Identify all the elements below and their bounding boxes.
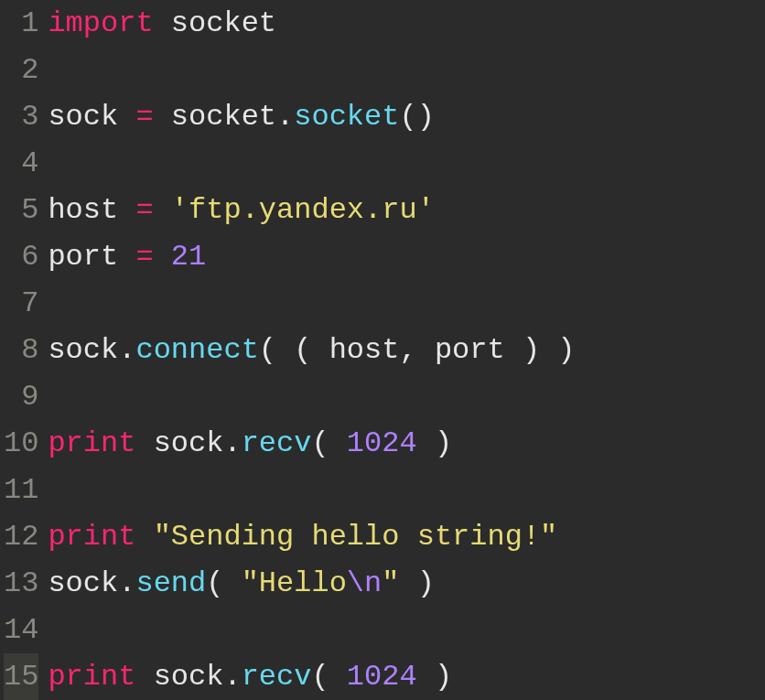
code-line[interactable]: sock.send( "Hello\n" ): [48, 560, 765, 607]
code-token: ": [382, 566, 399, 600]
code-token: (: [206, 566, 241, 600]
code-token: =: [135, 193, 153, 227]
code-token: [154, 193, 171, 227]
code-token: socket: [154, 6, 276, 40]
line-number: 9: [4, 373, 38, 420]
code-editor[interactable]: 123456789101112131415 import socket sock…: [0, 0, 765, 700]
code-token: .: [223, 660, 241, 694]
code-token: host: [48, 193, 135, 227]
code-token: .: [223, 426, 241, 460]
line-number: 14: [4, 607, 38, 653]
code-token: (: [311, 426, 346, 460]
code-token: socket: [294, 100, 399, 134]
line-number: 5: [4, 187, 38, 233]
code-line[interactable]: print sock.recv( 1024 ): [48, 653, 765, 700]
code-area[interactable]: import socket sock = socket.socket() hos…: [48, 0, 765, 700]
code-token: 'ftp.yandex.ru': [171, 193, 435, 227]
line-number: 11: [4, 467, 38, 513]
code-token: \n: [347, 566, 382, 600]
code-token: print: [48, 660, 135, 694]
code-token: .: [118, 566, 135, 600]
line-number: 4: [4, 140, 38, 187]
code-line[interactable]: [48, 140, 765, 187]
code-token: [135, 520, 153, 554]
code-token: ,: [399, 333, 434, 367]
code-token: host: [329, 333, 400, 367]
code-token: print: [48, 520, 135, 554]
code-line[interactable]: [48, 47, 765, 93]
line-number: 3: [4, 93, 38, 140]
code-token: .: [118, 333, 135, 367]
code-line[interactable]: host = 'ftp.yandex.ru': [48, 187, 765, 233]
code-token: print: [48, 426, 135, 460]
code-token: ): [399, 566, 434, 600]
line-number: 12: [4, 513, 38, 560]
code-token: ): [417, 426, 452, 460]
code-line[interactable]: [48, 607, 765, 653]
code-token: =: [135, 240, 153, 274]
code-line[interactable]: sock = socket.socket(): [48, 93, 765, 140]
line-number: 8: [4, 327, 38, 373]
code-line[interactable]: print sock.recv( 1024 ): [48, 420, 765, 467]
line-number: 1: [4, 0, 38, 47]
code-token: recv: [242, 660, 312, 694]
code-token: send: [135, 566, 206, 600]
code-line[interactable]: print "Sending hello string!": [48, 513, 765, 560]
line-number: 6: [4, 233, 38, 280]
code-token: sock: [135, 660, 223, 694]
code-token: 21: [171, 240, 206, 274]
code-token: ( (: [259, 333, 329, 367]
code-line[interactable]: [48, 373, 765, 420]
code-token: "Sending hello string!": [154, 520, 558, 554]
code-token: (): [399, 100, 434, 134]
code-line[interactable]: import socket: [48, 0, 765, 47]
code-token: [154, 240, 171, 274]
code-token: import: [48, 6, 153, 40]
code-token: connect: [135, 333, 258, 367]
code-token: 1024: [347, 426, 417, 460]
code-token: port: [48, 240, 135, 274]
code-token: (: [311, 660, 346, 694]
line-number: 7: [4, 280, 38, 327]
code-token: sock: [48, 333, 118, 367]
code-line[interactable]: port = 21: [48, 233, 765, 280]
code-token: .: [276, 100, 294, 134]
code-token: ): [417, 660, 452, 694]
code-token: sock: [135, 426, 223, 460]
code-token: ) ): [505, 333, 576, 367]
line-number: 13: [4, 560, 38, 607]
code-token: "Hello: [242, 566, 347, 600]
code-line[interactable]: [48, 467, 765, 513]
line-number: 10: [4, 420, 38, 467]
line-number: 2: [4, 47, 38, 93]
code-token: 1024: [347, 660, 417, 694]
code-line[interactable]: sock.connect( ( host, port ) ): [48, 327, 765, 373]
code-token: port: [435, 333, 505, 367]
code-token: recv: [242, 426, 312, 460]
code-token: =: [135, 100, 153, 134]
code-line[interactable]: [48, 280, 765, 327]
code-token: sock: [48, 566, 118, 600]
line-number-gutter: 123456789101112131415: [0, 0, 48, 700]
line-number: 15: [4, 653, 38, 700]
code-token: sock: [48, 100, 135, 134]
code-token: socket: [154, 100, 276, 134]
